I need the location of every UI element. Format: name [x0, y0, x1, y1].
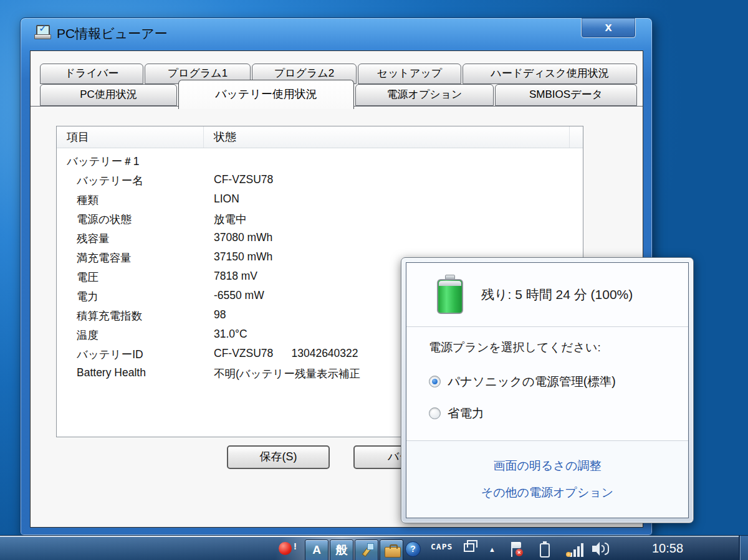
tab-pc-usage[interactable]: PC使用状況	[40, 84, 177, 106]
close-button[interactable]: x	[581, 18, 636, 38]
row-status-value: 31.0°C	[214, 328, 247, 341]
column-header-status[interactable]: 状態	[214, 130, 236, 145]
caps-lock-indicator: CAPS	[431, 542, 453, 551]
column-divider[interactable]	[569, 126, 570, 148]
row-status-value: CF-VZSU78	[214, 173, 273, 186]
network-signal-icon[interactable]	[566, 542, 585, 557]
column-divider[interactable]	[203, 126, 204, 148]
more-power-options-link[interactable]: その他の電源オプション	[481, 485, 614, 501]
list-column-header: 項目 状態	[57, 126, 583, 148]
title-bar[interactable]: PC情報ビューアー x	[21, 18, 652, 49]
table-row[interactable]: 残容量37080 mWh	[57, 230, 583, 249]
row-status-value: LION	[214, 192, 239, 206]
tab-power-options[interactable]: 電源オプション	[355, 84, 494, 106]
radio-unselected-icon[interactable]	[429, 407, 441, 419]
power-plan-label[interactable]: パナソニックの電源管理(標準)	[448, 373, 616, 390]
battery-remaining-label: 残り: 5 時間 24 分 (100%)	[481, 286, 633, 303]
row-status-value: 37080 mWh	[214, 231, 272, 244]
taskbar-clock[interactable]: 10:58	[652, 541, 683, 556]
show-hidden-icons-button[interactable]: ▲	[489, 546, 496, 553]
row-status-value: CF-VZSU78 13042640322	[214, 347, 358, 360]
row-item-label: 満充電容量	[77, 250, 132, 265]
row-item-label: 温度	[77, 328, 98, 343]
volume-icon[interactable]	[592, 542, 612, 556]
power-plan-label[interactable]: 省電力	[448, 405, 484, 422]
row-item-label: 電圧	[77, 270, 98, 285]
row-item-label: 積算充電指数	[77, 308, 142, 323]
ime-kanji-mode-button[interactable]: 般	[330, 539, 353, 560]
table-row[interactable]: 種類LION	[57, 191, 583, 211]
row-item-label: バッテリー名	[77, 173, 143, 188]
save-button[interactable]: 保存(S)	[227, 445, 330, 469]
ime-toolbox-button[interactable]	[380, 539, 403, 560]
row-item-label: バッテリー＃1	[67, 154, 139, 169]
row-item-label: 種類	[77, 192, 98, 207]
battery-flyout-inner: 残り: 5 時間 24 分 (100%) 電源プランを選択してください: パナソ…	[406, 262, 689, 518]
brightness-adjust-link[interactable]: 画面の明るさの調整	[494, 458, 602, 474]
flyout-links: 画面の明るさの調整その他の電源オプション	[406, 441, 688, 518]
toolbox-icon	[385, 547, 401, 558]
row-status-value: 放電中	[214, 212, 247, 227]
table-row[interactable]: 電源の状態放電中	[57, 211, 583, 230]
layered-windows-icon[interactable]	[464, 543, 474, 552]
notification-alert-icon[interactable]	[279, 542, 292, 555]
row-status-value: 98	[214, 308, 226, 321]
desktop: { "window": { "title": "PC情報ビューアー", "clo…	[0, 0, 748, 560]
table-row[interactable]: バッテリー名CF-VZSU78	[57, 172, 583, 191]
tab-setup[interactable]: セットアップ	[358, 64, 461, 84]
tab-smbios-data[interactable]: SMBIOSデータ	[495, 84, 637, 106]
close-icon: x	[605, 20, 611, 34]
power-plan-option[interactable]: パナソニックの電源管理(標準)	[429, 373, 688, 390]
row-item-label: 電力	[77, 289, 98, 304]
power-plan-option[interactable]: 省電力	[429, 405, 688, 422]
tab-hdd-usage[interactable]: ハードディスク使用状況	[463, 64, 637, 84]
window-title: PC情報ビューアー	[57, 25, 168, 42]
battery-icon	[436, 275, 464, 315]
ime-tools-button[interactable]	[355, 539, 378, 560]
show-desktop-button[interactable]	[739, 536, 748, 560]
row-item-label: 残容量	[77, 231, 110, 246]
power-plan-list: パナソニックの電源管理(標準)省電力	[429, 373, 688, 422]
power-plan-section: 電源プランを選択してください: パナソニックの電源管理(標準)省電力	[406, 327, 688, 440]
table-row[interactable]: バッテリー＃1	[57, 153, 583, 172]
pc-info-viewer-app-icon	[34, 25, 50, 40]
row-item-label: 電源の状態	[77, 212, 132, 227]
error-badge-icon: ×	[515, 549, 523, 556]
row-status-value: 不明(バッテリー残量表示補正	[214, 366, 360, 381]
help-icon[interactable]: ?	[405, 541, 421, 557]
row-item-label: Battery Health	[77, 366, 146, 379]
tab-battery-usage[interactable]: バッテリー使用状況	[178, 80, 354, 109]
row-item-label: バッテリーID	[77, 347, 143, 362]
battery-tray-icon[interactable]	[540, 541, 550, 558]
column-header-item[interactable]: 項目	[67, 130, 89, 145]
battery-status-section: 残り: 5 時間 24 分 (100%)	[406, 263, 688, 326]
battery-flyout: 残り: 5 時間 24 分 (100%) 電源プランを選択してください: パナソ…	[401, 257, 694, 523]
row-status-value: 37150 mWh	[214, 250, 272, 263]
radio-selected-icon[interactable]	[429, 376, 441, 387]
row-status-value: 7818 mV	[214, 270, 257, 283]
action-center-flag-icon[interactable]: ×	[510, 541, 524, 558]
palette-chip-icon	[367, 543, 374, 550]
tab-driver[interactable]: ドライバー	[40, 64, 143, 84]
ime-input-mode-button[interactable]: A	[305, 539, 328, 560]
power-plan-prompt: 電源プランを選択してください:	[429, 339, 688, 356]
row-status-value: -6550 mW	[214, 289, 264, 302]
taskbar: A 般 ? CAPS ▲ × 10:58	[0, 535, 748, 560]
